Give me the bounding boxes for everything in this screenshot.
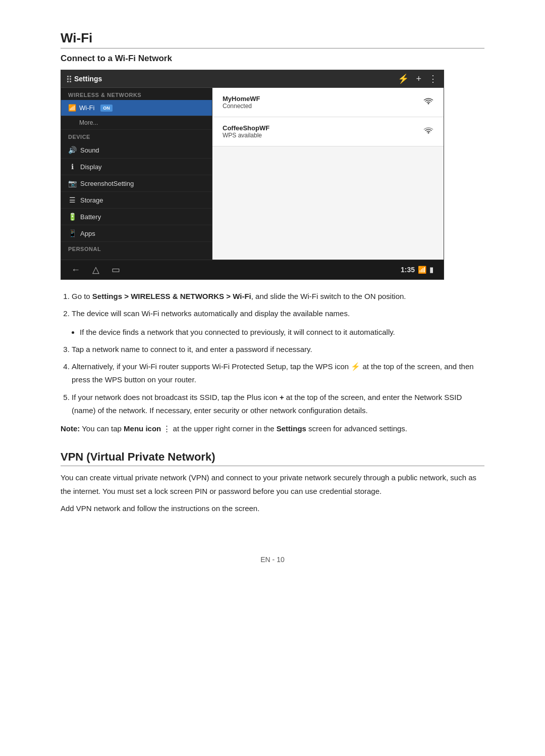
display-label: Display [80, 163, 102, 171]
time-display: 1:35 [401, 266, 415, 274]
note-settings-label: Settings [277, 424, 306, 433]
screenshot-setting-label: ScreenshotSetting [80, 180, 134, 187]
battery-icon: 🔋 [68, 213, 76, 221]
vpn-body: You can create virtual private network (… [61, 471, 484, 515]
instructions-list2: Tap a network name to connect to it, and… [61, 343, 484, 417]
topbar-left: Settings [67, 75, 102, 83]
network-info-myhomewf: MyHomeWF Connected [223, 95, 260, 110]
instructions-list: Go to Settings > WIRELESS & NETWORKS > W… [61, 290, 484, 321]
app-name-label: Settings [74, 75, 102, 83]
settings-grid-icon [67, 76, 71, 82]
more-menu-item[interactable]: More... [61, 116, 212, 130]
wifi-toggle[interactable]: ON [100, 105, 113, 112]
instruction-step4: Alternatively, if your Wi-Fi router supp… [72, 360, 484, 387]
battery-menu-item[interactable]: 🔋 Battery [61, 209, 212, 225]
network-item-coffeeshopwf[interactable]: CoffeeShopWF WPS available [212, 117, 444, 146]
recents-nav-icon[interactable]: ▭ [112, 264, 120, 275]
settings-right-panel: MyHomeWF Connected CoffeeShopWF WPS av [212, 88, 444, 260]
instruction-step2: The device will scan Wi-Fi networks auto… [72, 307, 484, 320]
title-divider [61, 48, 484, 48]
storage-label: Storage [80, 196, 103, 204]
wps-inline-icon: ⚡ [351, 362, 360, 371]
wifi-item-icon: 📶 [68, 104, 76, 112]
network-item-myhomewf[interactable]: MyHomeWF Connected [212, 88, 444, 117]
wireless-networks-label: WIRELESS & NETWORKS [61, 88, 212, 100]
screenshot-topbar: Settings ⚡ + ⋮ [61, 70, 444, 88]
plus-icon[interactable]: + [416, 74, 421, 84]
wifi-item-left: 📶 Wi-Fi ON [68, 104, 113, 112]
network-name-coffeeshopwf: CoffeeShopWF [223, 124, 269, 132]
apps-menu-item[interactable]: 📱 Apps [61, 225, 212, 242]
vpn-title: VPN (Virtual Private Network) [61, 450, 484, 464]
screenshot-setting-menu-item[interactable]: 📷 ScreenshotSetting [61, 175, 212, 192]
storage-icon: ☰ [68, 196, 76, 204]
instruction-bullet1: If the device finds a network that you c… [80, 326, 484, 339]
network-status-coffeeshopwf: WPS available [223, 132, 269, 139]
apps-label: Apps [80, 230, 95, 237]
network-status-myhomewf: Connected [223, 103, 260, 110]
screenshot-icon: 📷 [68, 179, 76, 187]
vpn-divider [61, 466, 484, 466]
screenshot-body: WIRELESS & NETWORKS 📶 Wi-Fi ON More... D… [61, 88, 444, 260]
status-wifi-icon: 📶 [418, 266, 426, 274]
wps-icon[interactable]: ⚡ [398, 73, 409, 84]
back-nav-icon[interactable]: ← [71, 265, 80, 275]
apps-icon: 📱 [68, 229, 76, 237]
step1-bold: Settings > WIRELESS & NETWORKS > Wi-Fi [92, 292, 251, 300]
device-section-label: DEVICE [61, 130, 212, 142]
instruction-step5: If your network does not broadcast its S… [72, 391, 484, 418]
section-heading: Connect to a Wi-Fi Network [61, 54, 484, 64]
display-icon: ℹ [68, 163, 76, 171]
personal-section-label: PERSONAL [61, 242, 212, 254]
settings-left-panel: WIRELESS & NETWORKS 📶 Wi-Fi ON More... D… [61, 88, 212, 260]
network-info-coffeeshopwf: CoffeeShopWF WPS available [223, 124, 269, 139]
home-nav-icon[interactable]: △ [92, 264, 99, 275]
vpn-para2: Add VPN network and follow the instructi… [61, 502, 484, 515]
wifi-item-label: Wi-Fi [79, 104, 94, 112]
status-battery-icon: ▮ [429, 266, 433, 274]
plus-inline-icon: + [280, 393, 284, 401]
vpn-section: VPN (Virtual Private Network) You can cr… [61, 450, 484, 515]
page-title: Wi-Fi [61, 30, 484, 46]
wifi-signal-myhomewf [423, 97, 433, 108]
note-menu-icon-label: Menu icon [124, 424, 161, 433]
storage-menu-item[interactable]: ☰ Storage [61, 192, 212, 209]
sound-label: Sound [80, 146, 99, 154]
display-menu-item[interactable]: ℹ Display [61, 159, 212, 175]
topbar-right: ⚡ + ⋮ [398, 73, 438, 84]
note-label: Note: [61, 424, 80, 433]
sound-icon: 🔊 [68, 146, 76, 154]
instruction-step3: Tap a network name to connect to it, and… [72, 343, 484, 356]
instructions-section: Go to Settings > WIRELESS & NETWORKS > W… [61, 290, 484, 435]
instruction-step1: Go to Settings > WIRELESS & NETWORKS > W… [72, 290, 484, 303]
sound-menu-item[interactable]: 🔊 Sound [61, 142, 212, 159]
menu-icon[interactable]: ⋮ [428, 73, 438, 84]
page-footer: EN - 10 [61, 556, 484, 564]
battery-label: Battery [80, 213, 101, 221]
note-paragraph: Note: You can tap Menu icon ⋮ at the upp… [61, 422, 484, 435]
nav-icons: ← △ ▭ [71, 264, 120, 275]
vpn-para1: You can create virtual private network (… [61, 471, 484, 498]
status-right: 1:35 📶 ▮ [401, 266, 433, 274]
wifi-menu-item[interactable]: 📶 Wi-Fi ON [61, 100, 212, 116]
instructions-bullets: If the device finds a network that you c… [61, 326, 484, 339]
network-name-myhomewf: MyHomeWF [223, 95, 260, 103]
screenshot-navbar: ← △ ▭ 1:35 📶 ▮ [61, 260, 444, 279]
device-screenshot: Settings ⚡ + ⋮ WIRELESS & NETWORKS 📶 Wi-… [61, 70, 444, 280]
wifi-signal-coffeeshopwf [423, 126, 433, 137]
